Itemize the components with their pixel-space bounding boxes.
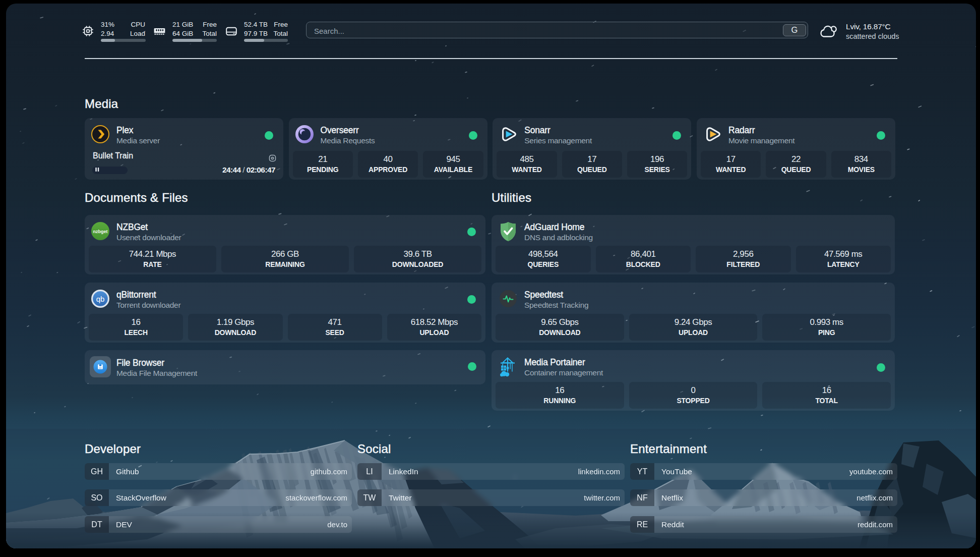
svg-text:qb: qb [96,295,105,303]
svg-text:nzbget: nzbget [93,229,108,234]
